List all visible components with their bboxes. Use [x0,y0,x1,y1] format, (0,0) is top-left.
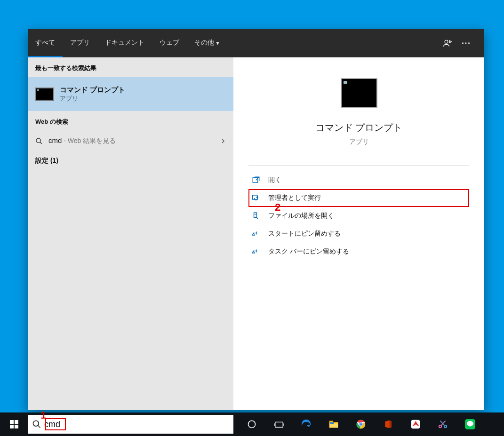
taskbar-icons [238,412,484,436]
tab-web[interactable]: ウェブ [152,29,187,57]
snipping-tool-icon[interactable] [429,412,456,436]
folder-location-icon [251,212,261,220]
open-icon [251,176,261,184]
pin-taskbar-icon [251,247,261,256]
svg-point-5 [33,421,39,427]
windows-logo-icon [10,420,18,428]
tab-documents[interactable]: ドキュメント [97,29,152,57]
best-match-title: コマンド プロンプト [60,86,125,95]
tab-more[interactable]: その他 ▾ [187,29,227,57]
start-button[interactable] [0,412,28,436]
annotation-1: 1 [40,409,46,421]
cmd-large-icon [341,78,377,108]
pin-start-icon [251,230,261,238]
feedback-icon[interactable] [438,34,457,53]
acrobat-icon[interactable] [402,412,429,436]
file-explorer-icon[interactable] [320,412,347,436]
action-pin-start-label: スタートにピン留めする [268,230,341,238]
preview-subtitle: アプリ [349,138,369,146]
svg-line-6 [38,426,40,428]
task-view-icon[interactable] [265,412,293,436]
chrome-icon[interactable] [347,412,375,436]
svg-point-7 [248,421,256,428]
line-app-icon[interactable] [456,412,484,436]
action-open[interactable]: 開く [248,171,469,189]
svg-rect-3 [253,178,258,183]
best-match-header: 最も一致する検索結果 [28,57,233,77]
search-icon [32,420,41,429]
action-open-label: 開く [268,176,281,184]
svg-point-18 [360,423,362,425]
search-left-column: 最も一致する検索結果 コマンド プロンプト アプリ Web の検索 cmd - … [28,57,233,410]
edge-icon[interactable] [293,412,320,436]
action-list: 開く 管理者として実行 ファイルの場所を開く スタートにピン留めする タスク バ… [248,171,469,261]
svg-line-2 [40,142,42,144]
svg-rect-8 [275,422,283,427]
office-icon[interactable] [375,412,402,436]
svg-point-1 [36,138,40,143]
svg-rect-13 [329,423,338,428]
chevron-down-icon: ▾ [216,39,219,47]
preview-title: コマンド プロンプト [315,121,403,134]
taskbar-search-box[interactable] [28,415,233,434]
search-right-column: コマンド プロンプト アプリ 開く 管理者として実行 ファイルの場所を開く [233,57,484,410]
search-input[interactable] [44,420,230,429]
web-search-result[interactable]: cmd - Web 結果を見る [28,131,233,151]
best-match-result[interactable]: コマンド プロンプト アプリ [28,77,233,111]
tab-apps[interactable]: アプリ [63,29,97,57]
web-search-header: Web の検索 [28,111,233,131]
search-icon [35,137,43,145]
svg-rect-14 [330,422,334,424]
tab-all[interactable]: すべて [28,29,63,57]
admin-shield-icon [251,194,261,202]
cmd-icon [35,87,54,101]
more-options-icon[interactable]: ··· [457,34,476,53]
settings-results[interactable]: 設定 (1) [28,151,233,171]
action-open-location[interactable]: ファイルの場所を開く [248,207,469,225]
action-run-as-admin[interactable]: 管理者として実行 [248,189,469,207]
action-pin-start[interactable]: スタートにピン留めする [248,225,469,243]
chevron-right-icon [220,138,226,144]
divider [248,165,469,166]
annotation-2: 2 [275,201,280,214]
action-pin-taskbar-label: タスク バーにピン留めする [268,247,349,256]
svg-point-0 [445,40,448,43]
best-match-subtitle: アプリ [60,95,125,103]
web-hint: - Web 結果を見る [62,137,116,144]
taskbar [0,412,504,436]
search-tabs-bar: すべて アプリ ドキュメント ウェブ その他 ▾ ··· [28,29,484,57]
web-query: cmd [48,136,62,144]
cortana-icon[interactable] [238,412,265,436]
action-pin-taskbar[interactable]: タスク バーにピン留めする [248,243,469,261]
search-results-panel: すべて アプリ ドキュメント ウェブ その他 ▾ ··· 最も一致する検索結果 … [28,29,484,410]
